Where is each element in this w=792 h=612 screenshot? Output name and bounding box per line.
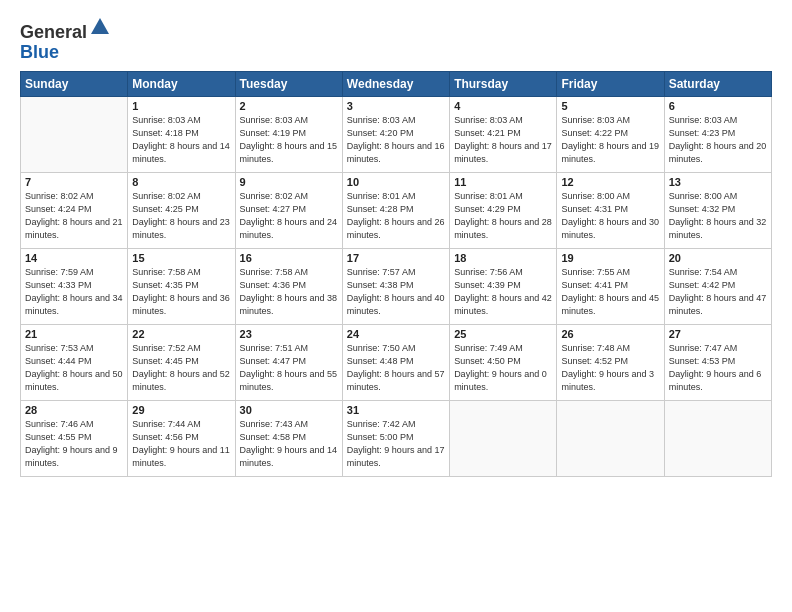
day-info: Sunrise: 7:51 AMSunset: 4:47 PMDaylight:… — [240, 342, 338, 394]
day-number: 14 — [25, 252, 123, 264]
day-info: Sunrise: 7:52 AMSunset: 4:45 PMDaylight:… — [132, 342, 230, 394]
day-info: Sunrise: 8:01 AMSunset: 4:29 PMDaylight:… — [454, 190, 552, 242]
day-cell: 12Sunrise: 8:00 AMSunset: 4:31 PMDayligh… — [557, 172, 664, 248]
day-number: 25 — [454, 328, 552, 340]
week-row-5: 28Sunrise: 7:46 AMSunset: 4:55 PMDayligh… — [21, 400, 772, 476]
day-info: Sunrise: 7:49 AMSunset: 4:50 PMDaylight:… — [454, 342, 552, 394]
day-info: Sunrise: 7:50 AMSunset: 4:48 PMDaylight:… — [347, 342, 445, 394]
day-number: 23 — [240, 328, 338, 340]
day-info: Sunrise: 8:00 AMSunset: 4:32 PMDaylight:… — [669, 190, 767, 242]
day-header-thursday: Thursday — [450, 71, 557, 96]
logo-blue: Blue — [20, 42, 59, 62]
day-cell: 20Sunrise: 7:54 AMSunset: 4:42 PMDayligh… — [664, 248, 771, 324]
day-info: Sunrise: 7:56 AMSunset: 4:39 PMDaylight:… — [454, 266, 552, 318]
day-info: Sunrise: 7:54 AMSunset: 4:42 PMDaylight:… — [669, 266, 767, 318]
day-cell: 7Sunrise: 8:02 AMSunset: 4:24 PMDaylight… — [21, 172, 128, 248]
day-cell: 16Sunrise: 7:58 AMSunset: 4:36 PMDayligh… — [235, 248, 342, 324]
day-cell: 26Sunrise: 7:48 AMSunset: 4:52 PMDayligh… — [557, 324, 664, 400]
day-cell — [664, 400, 771, 476]
day-number: 26 — [561, 328, 659, 340]
day-cell: 3Sunrise: 8:03 AMSunset: 4:20 PMDaylight… — [342, 96, 449, 172]
day-info: Sunrise: 7:43 AMSunset: 4:58 PMDaylight:… — [240, 418, 338, 470]
day-cell: 21Sunrise: 7:53 AMSunset: 4:44 PMDayligh… — [21, 324, 128, 400]
day-number: 27 — [669, 328, 767, 340]
day-number: 4 — [454, 100, 552, 112]
day-info: Sunrise: 7:46 AMSunset: 4:55 PMDaylight:… — [25, 418, 123, 470]
week-row-1: 1Sunrise: 8:03 AMSunset: 4:18 PMDaylight… — [21, 96, 772, 172]
week-row-2: 7Sunrise: 8:02 AMSunset: 4:24 PMDaylight… — [21, 172, 772, 248]
day-number: 15 — [132, 252, 230, 264]
day-number: 17 — [347, 252, 445, 264]
day-info: Sunrise: 8:03 AMSunset: 4:19 PMDaylight:… — [240, 114, 338, 166]
logo-icon — [89, 16, 111, 38]
week-row-4: 21Sunrise: 7:53 AMSunset: 4:44 PMDayligh… — [21, 324, 772, 400]
day-number: 9 — [240, 176, 338, 188]
day-number: 7 — [25, 176, 123, 188]
day-cell: 10Sunrise: 8:01 AMSunset: 4:28 PMDayligh… — [342, 172, 449, 248]
day-number: 31 — [347, 404, 445, 416]
day-info: Sunrise: 7:48 AMSunset: 4:52 PMDaylight:… — [561, 342, 659, 394]
day-number: 16 — [240, 252, 338, 264]
day-info: Sunrise: 7:44 AMSunset: 4:56 PMDaylight:… — [132, 418, 230, 470]
day-cell: 14Sunrise: 7:59 AMSunset: 4:33 PMDayligh… — [21, 248, 128, 324]
day-header-saturday: Saturday — [664, 71, 771, 96]
day-cell: 17Sunrise: 7:57 AMSunset: 4:38 PMDayligh… — [342, 248, 449, 324]
day-number: 12 — [561, 176, 659, 188]
day-cell — [450, 400, 557, 476]
day-info: Sunrise: 7:58 AMSunset: 4:35 PMDaylight:… — [132, 266, 230, 318]
day-info: Sunrise: 7:57 AMSunset: 4:38 PMDaylight:… — [347, 266, 445, 318]
day-number: 20 — [669, 252, 767, 264]
day-info: Sunrise: 8:02 AMSunset: 4:25 PMDaylight:… — [132, 190, 230, 242]
day-cell: 30Sunrise: 7:43 AMSunset: 4:58 PMDayligh… — [235, 400, 342, 476]
day-number: 22 — [132, 328, 230, 340]
day-number: 3 — [347, 100, 445, 112]
day-cell: 1Sunrise: 8:03 AMSunset: 4:18 PMDaylight… — [128, 96, 235, 172]
day-number: 30 — [240, 404, 338, 416]
day-cell: 15Sunrise: 7:58 AMSunset: 4:35 PMDayligh… — [128, 248, 235, 324]
day-number: 5 — [561, 100, 659, 112]
day-info: Sunrise: 8:03 AMSunset: 4:23 PMDaylight:… — [669, 114, 767, 166]
day-info: Sunrise: 8:01 AMSunset: 4:28 PMDaylight:… — [347, 190, 445, 242]
day-cell: 24Sunrise: 7:50 AMSunset: 4:48 PMDayligh… — [342, 324, 449, 400]
day-number: 11 — [454, 176, 552, 188]
day-info: Sunrise: 7:47 AMSunset: 4:53 PMDaylight:… — [669, 342, 767, 394]
day-cell: 25Sunrise: 7:49 AMSunset: 4:50 PMDayligh… — [450, 324, 557, 400]
day-cell: 13Sunrise: 8:00 AMSunset: 4:32 PMDayligh… — [664, 172, 771, 248]
calendar-table: SundayMondayTuesdayWednesdayThursdayFrid… — [20, 71, 772, 477]
day-number: 6 — [669, 100, 767, 112]
day-info: Sunrise: 8:00 AMSunset: 4:31 PMDaylight:… — [561, 190, 659, 242]
day-number: 1 — [132, 100, 230, 112]
day-number: 18 — [454, 252, 552, 264]
day-number: 2 — [240, 100, 338, 112]
day-info: Sunrise: 7:42 AMSunset: 5:00 PMDaylight:… — [347, 418, 445, 470]
day-cell — [21, 96, 128, 172]
day-info: Sunrise: 8:03 AMSunset: 4:21 PMDaylight:… — [454, 114, 552, 166]
day-cell — [557, 400, 664, 476]
logo: General Blue — [20, 16, 111, 63]
week-row-3: 14Sunrise: 7:59 AMSunset: 4:33 PMDayligh… — [21, 248, 772, 324]
day-cell: 6Sunrise: 8:03 AMSunset: 4:23 PMDaylight… — [664, 96, 771, 172]
header: General Blue — [20, 16, 772, 63]
day-cell: 28Sunrise: 7:46 AMSunset: 4:55 PMDayligh… — [21, 400, 128, 476]
day-cell: 19Sunrise: 7:55 AMSunset: 4:41 PMDayligh… — [557, 248, 664, 324]
day-info: Sunrise: 8:02 AMSunset: 4:24 PMDaylight:… — [25, 190, 123, 242]
day-cell: 29Sunrise: 7:44 AMSunset: 4:56 PMDayligh… — [128, 400, 235, 476]
day-cell: 23Sunrise: 7:51 AMSunset: 4:47 PMDayligh… — [235, 324, 342, 400]
day-header-sunday: Sunday — [21, 71, 128, 96]
day-cell: 4Sunrise: 8:03 AMSunset: 4:21 PMDaylight… — [450, 96, 557, 172]
day-cell: 8Sunrise: 8:02 AMSunset: 4:25 PMDaylight… — [128, 172, 235, 248]
day-cell: 9Sunrise: 8:02 AMSunset: 4:27 PMDaylight… — [235, 172, 342, 248]
day-info: Sunrise: 8:02 AMSunset: 4:27 PMDaylight:… — [240, 190, 338, 242]
day-info: Sunrise: 8:03 AMSunset: 4:20 PMDaylight:… — [347, 114, 445, 166]
day-info: Sunrise: 8:03 AMSunset: 4:22 PMDaylight:… — [561, 114, 659, 166]
day-number: 19 — [561, 252, 659, 264]
day-info: Sunrise: 7:53 AMSunset: 4:44 PMDaylight:… — [25, 342, 123, 394]
day-cell: 22Sunrise: 7:52 AMSunset: 4:45 PMDayligh… — [128, 324, 235, 400]
day-info: Sunrise: 7:58 AMSunset: 4:36 PMDaylight:… — [240, 266, 338, 318]
day-number: 8 — [132, 176, 230, 188]
logo-general: General — [20, 22, 87, 42]
day-cell: 31Sunrise: 7:42 AMSunset: 5:00 PMDayligh… — [342, 400, 449, 476]
calendar-page: General Blue SundayMondayTuesdayWednesda… — [0, 0, 792, 612]
day-number: 24 — [347, 328, 445, 340]
day-header-wednesday: Wednesday — [342, 71, 449, 96]
